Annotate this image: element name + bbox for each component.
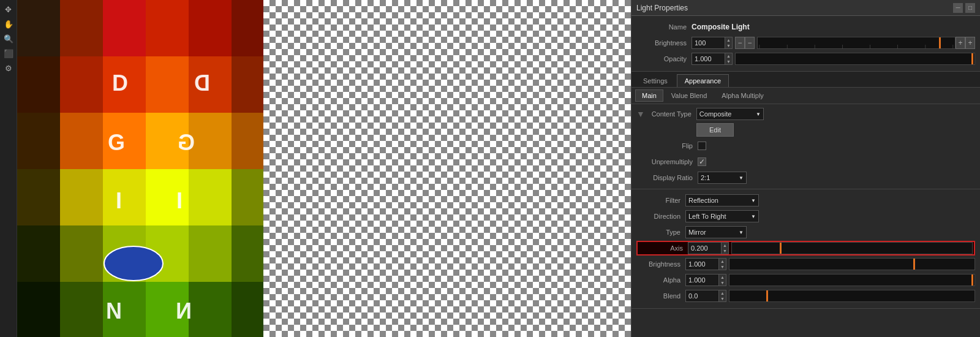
sub-tab-value-blend[interactable]: Value Blend bbox=[665, 89, 714, 102]
type-dropdown[interactable]: Mirror ▼ bbox=[685, 226, 747, 238]
brightness-minus-btn[interactable]: − bbox=[735, 37, 745, 49]
svg-rect-28 bbox=[189, 225, 232, 282]
type-value: Mirror bbox=[688, 229, 706, 236]
opacity-down[interactable]: ▼ bbox=[725, 59, 732, 64]
filter-brightness-row: Brightness ▲ ▼ bbox=[636, 257, 975, 271]
axis-slider[interactable] bbox=[731, 242, 973, 254]
svg-point-42 bbox=[104, 246, 163, 281]
axis-down[interactable]: ▼ bbox=[722, 248, 728, 254]
panel-titlebar: Light Properties ─ □ bbox=[631, 0, 980, 16]
flip-label: Flip bbox=[636, 142, 698, 150]
svg-text:D: D bbox=[112, 70, 128, 96]
unpremultiply-checkbox[interactable]: ✓ bbox=[698, 157, 706, 166]
tool-zoom[interactable]: 🔍 bbox=[2, 32, 15, 45]
tab-appearance[interactable]: Appearance bbox=[677, 74, 729, 87]
tool-hand[interactable]: ✋ bbox=[2, 17, 15, 31]
tab-settings[interactable]: Settings bbox=[635, 74, 676, 87]
content-type-row: ▼ Content Type Composite ▼ bbox=[636, 107, 975, 121]
direction-dropdown[interactable]: Left To Right ▼ bbox=[685, 210, 759, 222]
brightness-slider[interactable]: || || || || bbox=[757, 37, 956, 49]
alpha-slider[interactable] bbox=[729, 274, 975, 286]
main-tab-bar: Settings Appearance bbox=[631, 72, 980, 88]
brightness-up[interactable]: ▲ bbox=[725, 37, 732, 43]
blend-slider[interactable] bbox=[729, 290, 975, 302]
brightness-down[interactable]: ▼ bbox=[725, 43, 732, 48]
name-row: Name Composite Light bbox=[636, 20, 975, 34]
svg-rect-7 bbox=[60, 56, 103, 113]
name-label: Name bbox=[636, 23, 692, 31]
titlebar-controls: ─ □ bbox=[953, 3, 975, 13]
brightness-plus2-btn[interactable]: + bbox=[965, 37, 975, 49]
sub-tab-alpha-multiply[interactable]: Alpha Multiply bbox=[715, 89, 770, 102]
maximize-button[interactable]: □ bbox=[965, 3, 975, 13]
filter-brightness-down[interactable]: ▼ bbox=[719, 264, 726, 270]
opacity-spinbox: ▲ ▼ bbox=[692, 53, 733, 65]
filter-brightness-input[interactable] bbox=[685, 258, 719, 270]
svg-rect-22 bbox=[189, 169, 232, 225]
axis-label: Axis bbox=[639, 244, 688, 252]
svg-text:D: D bbox=[194, 70, 210, 96]
edit-row: Edit bbox=[696, 123, 975, 137]
alpha-spinbox: ▲ ▼ bbox=[685, 274, 726, 286]
svg-text:G: G bbox=[108, 130, 125, 155]
filter-brightness-up[interactable]: ▲ bbox=[719, 259, 726, 264]
direction-value: Left To Right bbox=[688, 213, 726, 220]
tool-rect[interactable]: ⬛ bbox=[2, 47, 15, 60]
filter-row: Filter Reflection ▼ bbox=[636, 193, 975, 208]
alpha-label: Alpha bbox=[636, 276, 685, 284]
direction-label: Direction bbox=[636, 213, 685, 220]
blend-row: Blend ▲ ▼ bbox=[636, 289, 975, 303]
filter-section: Filter Reflection ▼ Direction Left To Ri… bbox=[631, 189, 980, 309]
sub-tab-main[interactable]: Main bbox=[635, 89, 663, 102]
svg-rect-25 bbox=[60, 225, 103, 282]
brightness-dash-btn[interactable]: − bbox=[745, 37, 755, 49]
properties-section: Name Composite Light Brightness ▲ ▼ − − … bbox=[631, 16, 980, 72]
filter-dropdown[interactable]: Reflection ▼ bbox=[685, 194, 759, 206]
opacity-up[interactable]: ▲ bbox=[725, 53, 732, 59]
svg-text:I: I bbox=[116, 188, 122, 213]
opacity-input[interactable] bbox=[692, 53, 725, 65]
minimize-button[interactable]: ─ bbox=[953, 3, 963, 13]
filter-brightness-spinbox: ▲ ▼ bbox=[685, 258, 726, 270]
axis-input[interactable] bbox=[688, 242, 722, 254]
type-label: Type bbox=[636, 229, 685, 236]
opacity-label: Opacity bbox=[636, 55, 692, 62]
blend-label: Blend bbox=[636, 292, 685, 300]
filter-brightness-slider[interactable] bbox=[729, 258, 975, 270]
display-ratio-value: 2:1 bbox=[701, 174, 710, 181]
opacity-slider[interactable] bbox=[735, 53, 975, 65]
svg-rect-34 bbox=[189, 282, 232, 337]
svg-rect-19 bbox=[60, 169, 103, 225]
blend-input[interactable] bbox=[685, 290, 719, 302]
filter-value: Reflection bbox=[688, 197, 718, 204]
brightness-top-label: Brightness bbox=[636, 39, 692, 47]
type-arrow: ▼ bbox=[739, 230, 744, 235]
content-type-dropdown[interactable]: Composite ▼ bbox=[696, 108, 764, 120]
name-value: Composite Light bbox=[692, 23, 750, 31]
flip-row: Flip bbox=[636, 138, 975, 153]
filter-brightness-label: Brightness bbox=[636, 260, 685, 268]
content-type-label: Content Type bbox=[647, 110, 696, 118]
alpha-up[interactable]: ▲ bbox=[719, 275, 726, 280]
edit-button[interactable]: Edit bbox=[696, 123, 734, 137]
blend-down[interactable]: ▼ bbox=[719, 296, 726, 301]
appearance-main-section: ▼ Content Type Composite ▼ Edit Flip Unp… bbox=[631, 104, 980, 189]
svg-rect-13 bbox=[60, 113, 103, 169]
direction-row: Direction Left To Right ▼ bbox=[636, 209, 975, 224]
canvas-content: D D G G I I N N bbox=[17, 0, 631, 337]
tool-select[interactable]: ✥ bbox=[2, 2, 15, 16]
display-ratio-label: Display Ratio bbox=[636, 174, 698, 181]
display-ratio-dropdown[interactable]: 2:1 ▼ bbox=[698, 172, 747, 184]
content-type-icon[interactable]: ▼ bbox=[636, 109, 645, 119]
axis-spinbox: ▲ ▼ bbox=[688, 242, 729, 254]
opacity-arrows: ▲ ▼ bbox=[725, 53, 733, 65]
flip-checkbox[interactable] bbox=[698, 142, 706, 150]
alpha-down[interactable]: ▼ bbox=[719, 280, 726, 286]
brightness-plus-btn[interactable]: + bbox=[956, 37, 965, 49]
axis-up[interactable]: ▲ bbox=[722, 243, 728, 248]
brightness-input[interactable] bbox=[692, 37, 725, 49]
tool-settings[interactable]: ⚙ bbox=[2, 61, 15, 75]
blend-up[interactable]: ▲ bbox=[719, 290, 726, 296]
alpha-input[interactable] bbox=[685, 274, 719, 286]
display-ratio-arrow: ▼ bbox=[739, 175, 744, 181]
